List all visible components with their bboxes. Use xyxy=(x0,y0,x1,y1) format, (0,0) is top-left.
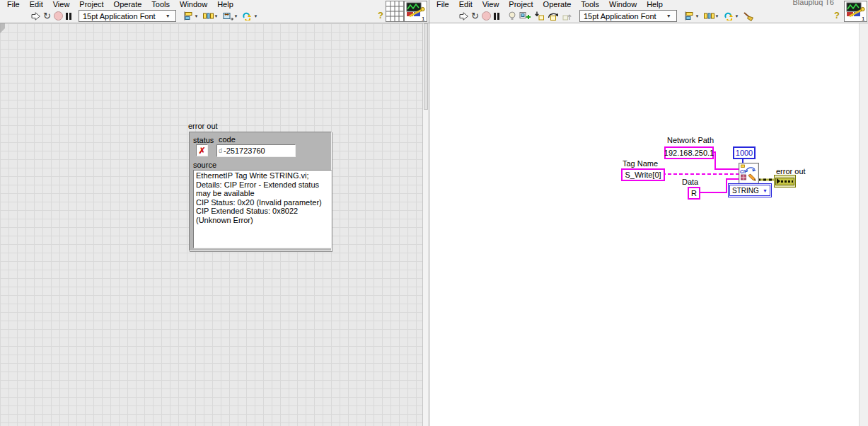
wires xyxy=(429,23,860,426)
step-into-icon[interactable] xyxy=(534,10,545,22)
code-label: code xyxy=(219,135,236,144)
chevron-down-icon: ▼ xyxy=(166,13,170,18)
distribute-objects-icon[interactable]: ▼ xyxy=(203,10,220,22)
run-icon[interactable] xyxy=(31,10,40,22)
panel-vertical-scrollbar[interactable] xyxy=(422,23,429,426)
menu-edit[interactable]: Edit xyxy=(25,0,48,9)
run-icon[interactable] xyxy=(459,10,468,22)
code-field[interactable]: d -251723760 xyxy=(216,144,296,157)
menu-help[interactable]: Help xyxy=(642,0,668,9)
menu-view[interactable]: View xyxy=(48,0,75,9)
pause-icon[interactable] xyxy=(66,10,71,22)
chevron-down-icon: ▼ xyxy=(695,14,700,18)
font-selector-label: 15pt Application Font xyxy=(83,12,156,21)
context-help-icon[interactable]: ? xyxy=(378,10,383,21)
status-checkbox[interactable]: ✗ xyxy=(196,144,208,156)
highlight-execution-icon[interactable] xyxy=(508,10,516,22)
block-diagram[interactable]: Network Path 192.168.250.1 1000 Tag Name… xyxy=(429,23,860,426)
context-help-icon[interactable]: ? xyxy=(834,10,840,21)
vi-icon[interactable]: 1 xyxy=(404,1,427,22)
menu-tools[interactable]: Tools xyxy=(576,0,604,9)
reorder-objects-icon[interactable]: ▼ xyxy=(242,10,259,22)
reorder-objects-icon[interactable]: ▼ xyxy=(724,10,741,22)
radix-indicator: d xyxy=(217,147,224,154)
diagram-vertical-scrollbar[interactable] xyxy=(859,23,868,426)
data-constant[interactable]: R xyxy=(688,187,700,200)
menubar: File Edit View Project Operate Tools Win… xyxy=(0,0,429,9)
source-label: source xyxy=(193,161,216,169)
menu-file[interactable]: File xyxy=(2,0,25,9)
panel-origin-marker xyxy=(0,23,10,33)
align-objects-icon[interactable]: ▼ xyxy=(183,10,200,22)
error-out-cluster[interactable]: status code ✗ d -251723760 source Ethern… xyxy=(189,132,332,251)
error-cluster-glyph xyxy=(775,178,794,185)
front-panel-window: File Edit View Project Operate Tools Win… xyxy=(0,0,429,426)
menu-view[interactable]: View xyxy=(478,0,504,9)
abort-execution-icon[interactable] xyxy=(54,10,63,22)
chevron-down-icon: ▼ xyxy=(195,14,199,18)
svg-text:1: 1 xyxy=(422,16,425,21)
window-title-fragment: Blaupluq T6 xyxy=(792,0,834,6)
menu-project[interactable]: Project xyxy=(74,0,108,9)
align-objects-icon[interactable]: ▼ xyxy=(684,10,701,22)
menu-help[interactable]: Help xyxy=(212,0,238,9)
error-out-indicator[interactable] xyxy=(774,175,796,188)
connector-pane-icon[interactable] xyxy=(386,1,404,22)
menu-window[interactable]: Window xyxy=(604,0,642,9)
toolbar: ↻ 15pt Application Font ▼ ▼ ▼ ▼ ▼ ? xyxy=(0,9,429,23)
distribute-objects-icon[interactable]: ▼ xyxy=(704,10,721,22)
svg-text:1: 1 xyxy=(862,16,865,21)
tag-name-label: Tag Name xyxy=(623,159,658,168)
source-textbox[interactable]: EthernetIP Tag Write STRING.vi; Details:… xyxy=(193,170,332,248)
resize-objects-icon[interactable]: ▼ xyxy=(223,10,240,22)
chevron-down-icon: ▼ xyxy=(214,14,219,18)
pause-icon[interactable] xyxy=(494,10,499,22)
menu-window[interactable]: Window xyxy=(175,0,212,9)
network-path-label: Network Path xyxy=(667,136,714,144)
menu-tools[interactable]: Tools xyxy=(146,0,175,9)
chevron-down-icon: ▼ xyxy=(666,13,671,18)
data-label: Data xyxy=(682,178,698,186)
chevron-down-icon: ▼ xyxy=(234,14,238,18)
chevron-down-icon: ▼ xyxy=(715,14,719,18)
run-continuously-icon[interactable]: ↻ xyxy=(43,10,51,22)
type-selector-dropdown[interactable]: STRING ▼ xyxy=(729,185,770,196)
type-selector-value: STRING xyxy=(732,187,759,195)
status-x-icon: ✗ xyxy=(198,146,205,156)
code-value: -251723760 xyxy=(224,146,265,155)
menu-project[interactable]: Project xyxy=(504,0,538,9)
network-path-constant[interactable]: 192.168.250.1 xyxy=(664,146,714,159)
front-panel[interactable]: error out status code ✗ d -251723760 sou… xyxy=(0,23,423,426)
menu-edit[interactable]: Edit xyxy=(454,0,478,9)
toolbar: ↻ 15pt Application Font ▼ ▼ ▼ xyxy=(429,9,868,23)
retain-wire-values-icon[interactable] xyxy=(519,10,531,22)
menu-operate[interactable]: Operate xyxy=(538,0,577,9)
menu-operate[interactable]: Operate xyxy=(109,0,147,9)
font-selector[interactable]: 15pt Application Font ▼ xyxy=(579,10,677,22)
step-over-icon[interactable] xyxy=(548,10,559,22)
scrollbar-thumb[interactable] xyxy=(424,23,428,110)
error-cluster-label: error out xyxy=(188,122,218,130)
timeout-constant[interactable]: 1000 xyxy=(733,146,756,159)
abort-execution-icon[interactable] xyxy=(482,10,491,22)
cip-write-icon: CIP xyxy=(739,163,757,182)
ethernetip-tag-write-node[interactable]: CIP xyxy=(739,163,759,184)
tag-name-constant[interactable]: S_Write[0] xyxy=(621,168,665,181)
font-selector[interactable]: 15pt Application Font ▼ xyxy=(79,10,176,22)
chevron-down-icon: ▼ xyxy=(735,14,739,18)
font-selector-label: 15pt Application Font xyxy=(584,12,656,21)
step-out-icon[interactable] xyxy=(562,10,572,22)
status-label: status xyxy=(193,136,214,144)
chevron-down-icon: ▼ xyxy=(763,188,768,193)
block-diagram-window: Blaupluq T6 File Edit View Project Opera… xyxy=(429,0,868,426)
run-continuously-icon[interactable]: ↻ xyxy=(471,10,479,22)
menu-file[interactable]: File xyxy=(432,0,454,9)
chevron-down-icon: ▼ xyxy=(253,14,257,18)
vi-icon[interactable]: 1 xyxy=(844,1,867,22)
clean-up-diagram-icon[interactable] xyxy=(743,10,754,22)
